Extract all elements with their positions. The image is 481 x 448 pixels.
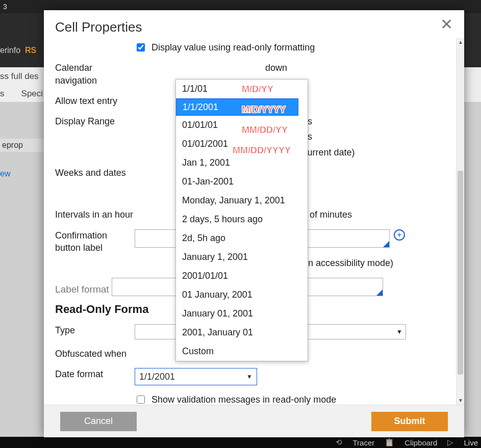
background-bottom: ⟲ Tracer 📋 Clipboard ▷ Live (0, 437, 481, 448)
bottom-live[interactable]: Live (464, 438, 478, 447)
date-format-label: Date format (55, 368, 135, 380)
bottom-tracer[interactable]: Tracer (352, 438, 374, 447)
resize-handle-icon[interactable] (383, 241, 389, 247)
confirm-button-label: Confirmation button label (55, 229, 135, 254)
display-readonly-check[interactable] (137, 43, 145, 51)
date-format-select[interactable]: 1/1/2001 ▼ (135, 368, 257, 385)
date-format-value: 1/1/2001 (139, 371, 175, 383)
date-format-dropdown[interactable]: 1/1/011/1/200101/01/0101/01/2001Jan 1, 2… (175, 79, 308, 361)
date-format-option[interactable]: January 01, 2001 (176, 304, 308, 323)
background-side: erinfo RS (0, 46, 44, 55)
cancel-button[interactable]: Cancel (60, 412, 137, 431)
chevron-down-icon: ▼ (396, 328, 402, 336)
bottom-clipboard[interactable]: Clipboard (404, 438, 437, 447)
dialog-footer: Cancel Submit (44, 405, 464, 437)
date-format-option[interactable]: Jan 1, 2001 (176, 153, 308, 172)
date-format-option[interactable]: 2 days, 5 hours ago (176, 210, 308, 229)
date-format-option[interactable]: January 1, 2001 (176, 248, 308, 267)
close-icon[interactable]: ✕ (440, 19, 453, 30)
dialog-title: Cell Properties (55, 19, 142, 35)
scroll-down-icon[interactable]: ▼ (457, 397, 464, 405)
date-format-option[interactable]: 1/1/01 (176, 80, 308, 98)
calendar-nav-rhs: down (265, 63, 287, 73)
dialog-header: Cell Properties ✕ (44, 10, 464, 38)
bg-s: s (0, 89, 5, 98)
date-format-option[interactable]: 2001, January 01 (176, 323, 308, 342)
label-format-heading: Label format (55, 283, 109, 296)
submit-button[interactable]: Submit (371, 412, 448, 431)
target-picker-icon[interactable] (394, 229, 405, 241)
scroll-thumb[interactable] (458, 171, 463, 375)
show-validation-check[interactable] (137, 396, 145, 404)
bg-fulldes: ss full des (0, 71, 43, 82)
bg-eprop: eprop (0, 139, 44, 152)
cell-properties-dialog: Cell Properties ✕ Display value using re… (44, 10, 464, 437)
allow-text-entry-label: Allow text entry (55, 95, 135, 107)
bg-spec: Speci (21, 89, 43, 98)
dialog-scrollbar[interactable]: ▲ ▼ (456, 38, 464, 405)
bg-rs[interactable]: RS (25, 46, 36, 55)
date-format-option[interactable]: 2d, 5h ago (176, 229, 308, 248)
bg-erinfo: erinfo (0, 46, 20, 55)
bg-topbar-char: 3 (3, 3, 7, 11)
type-label: Type (55, 324, 135, 336)
chevron-down-icon: ▼ (246, 373, 252, 381)
obfuscated-label: Obfuscated when (55, 348, 135, 360)
calendar-nav-label: Calendar navigation (55, 62, 135, 87)
date-format-option[interactable]: 01/01/2001 (176, 135, 308, 153)
bottom-clipboard-icon: 📋 (385, 438, 394, 447)
date-format-option[interactable]: Monday, January 1, 2001 (176, 191, 308, 210)
intervals-label: Intervals in an hour (55, 208, 135, 221)
date-format-option[interactable]: 01-Jan-2001 (176, 172, 308, 191)
resize-handle-icon-2[interactable] (376, 289, 383, 296)
date-format-option[interactable]: 1/1/2001 (176, 98, 298, 116)
bg-light-text: ss full des s Speci (0, 71, 43, 99)
show-validation-label: Show validation messages in read-only mo… (151, 393, 336, 405)
display-readonly-label: Display value using read-only formatting (151, 41, 315, 54)
bottom-live-icon: ▷ (447, 438, 453, 447)
weeks-dates-label: Weeks and dates (55, 167, 135, 179)
date-format-option[interactable]: Custom (176, 342, 308, 361)
bg-ew-link[interactable]: ew (0, 169, 10, 178)
date-format-option[interactable]: 01 January, 2001 (176, 285, 308, 304)
bottom-tracer-icon: ⟲ (336, 438, 342, 447)
scroll-up-icon[interactable]: ▲ (457, 38, 464, 46)
display-range-label: Display Range (55, 115, 135, 127)
date-format-option[interactable]: 01/01/01 (176, 116, 308, 135)
date-format-option[interactable]: 2001/01/01 (176, 267, 308, 285)
